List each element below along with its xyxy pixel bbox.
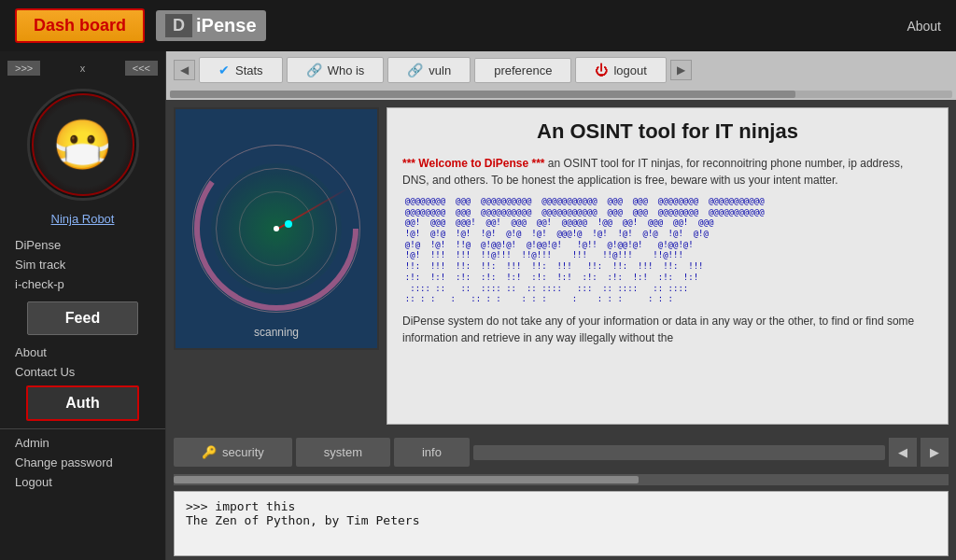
sidebar-item-dipense[interactable]: DiPense — [0, 235, 165, 255]
radar-center — [274, 226, 279, 231]
scrollbar-track — [170, 91, 952, 98]
content-panels: scanning An OSINT tool for IT ninjas ***… — [166, 100, 956, 432]
nav-left-button[interactable]: >>> — [7, 61, 40, 76]
main-layout: >>> x <<< 😷 Ninja Robot DiPense Sim trac… — [0, 51, 956, 560]
sidebar-item-logout[interactable]: Logout — [0, 472, 165, 492]
ascii-line-9: :::: :: :: :::: :: :: :::: ::: :: :::: :… — [395, 284, 940, 295]
ascii-line-5: @!@ !@! !!@ @!@@!@! @!@@!@! !@!! @!@@!@!… — [395, 240, 940, 251]
sidebar-divider — [0, 428, 165, 429]
ascii-line-1: @@@@@@@@ @@@ @@@@@@@@@@ @@@@@@@@@@@ @@@ … — [395, 196, 940, 207]
sidebar-item-about[interactable]: About — [0, 343, 165, 362]
radar-display — [192, 145, 360, 313]
tab-logout-label: logout — [613, 63, 646, 77]
avatar: 😷 — [27, 89, 139, 201]
tab-whois-label: Who is — [328, 63, 365, 77]
panel-desc: *** Welcome to DiPense *** an OSINT tool… — [387, 155, 948, 196]
radar-box: scanning — [174, 107, 379, 350]
nav-mid: x — [80, 63, 86, 74]
logo-container: D iPense — [156, 10, 265, 41]
sidebar-nav: >>> x <<< — [0, 59, 165, 77]
bottom-tab-system-label: system — [324, 445, 362, 459]
header-left: Dash board D iPense — [15, 8, 266, 43]
bottom-scroll-left[interactable]: ◀ — [889, 438, 917, 467]
tab-preference[interactable]: preference — [474, 58, 571, 83]
bottom-tab-info[interactable]: info — [394, 438, 470, 467]
bottom-tab-system[interactable]: system — [296, 438, 390, 467]
top-scrollbar — [166, 89, 956, 100]
ascii-line-10: :: : : : :: : : : : : : : : : : : : — [395, 294, 940, 305]
terminal-line-2: The Zen of Python, by Tim Peters — [186, 513, 936, 527]
avatar-icon: 😷 — [52, 117, 113, 174]
radar-label: scanning — [254, 326, 299, 339]
power-icon: ⏻ — [595, 63, 608, 77]
tab-stats[interactable]: ✔ Stats — [199, 57, 283, 83]
panel-footer: DiPense system do not take any of your i… — [387, 305, 948, 354]
ascii-line-2: @@@@@@@@ @@@ @@@@@@@@@@ @@@@@@@@@@@ @@@ … — [395, 207, 940, 218]
about-link[interactable]: About — [907, 19, 941, 34]
bottom-tab-security-label: security — [222, 445, 264, 459]
sidebar-item-contact[interactable]: Contact Us — [0, 362, 165, 382]
ascii-line-7: !!: !!! !!: !!: !!! !!: !!! !!: !!: !!! … — [395, 261, 940, 273]
user-name[interactable]: Ninja Robot — [51, 212, 115, 226]
content: ◀ ✔ Stats 🔗 Who is 🔗 vuln preference ⏻ l… — [166, 51, 956, 560]
dashboard-button[interactable]: Dash board — [15, 8, 145, 43]
radar-dot — [285, 220, 292, 228]
ascii-art: @@@@@@@@ @@@ @@@@@@@@@@ @@@@@@@@@@@ @@@ … — [387, 196, 948, 305]
logo-name: iPense — [196, 15, 256, 36]
header: Dash board D iPense About — [0, 0, 956, 51]
bottom-scrollbar — [174, 474, 949, 485]
sidebar: >>> x <<< 😷 Ninja Robot DiPense Sim trac… — [0, 51, 166, 560]
bottom-section: 🔑 security system info ◀ ▶ — [166, 432, 956, 472]
auth-button[interactable]: Auth — [26, 385, 138, 421]
bottom-scrollbar-thumb[interactable] — [174, 476, 639, 483]
panel-title: An OSINT tool for IT ninjas — [387, 108, 948, 155]
terminal-box: >>> import this The Zen of Python, by Ti… — [174, 491, 949, 556]
ascii-line-6: !@! !!! !!! !!@!!! !!@!!! !!! !!@!!! !!@… — [395, 250, 940, 261]
panel-desc-bold: *** Welcome to DiPense *** — [402, 157, 545, 170]
feed-button[interactable]: Feed — [27, 301, 138, 335]
tab-stats-label: Stats — [235, 63, 263, 77]
ascii-line-3: @@! @@@ @@@! @@! @@@ @@! @@@@@ !@@ @@! @… — [395, 217, 940, 229]
right-panel: An OSINT tool for IT ninjas *** Welcome … — [387, 107, 949, 425]
tab-vuln[interactable]: 🔗 vuln — [387, 57, 471, 83]
tab-preference-label: preference — [494, 63, 552, 77]
bottom-tabs: 🔑 security system info ◀ ▶ — [174, 438, 949, 467]
ascii-line-4: !@! @!@ !@! !@! @!@ !@! @@@!@ !@! !@! @!… — [395, 229, 940, 240]
scrollbar-thumb[interactable] — [170, 91, 795, 98]
sidebar-item-admin[interactable]: Admin — [0, 433, 165, 453]
terminal-line-1: >>> import this — [186, 499, 936, 513]
bottom-tab-extra[interactable] — [473, 445, 885, 460]
ascii-line-8: :!: !:! :!: :!: !:! :!: !:! :!: :!: !:! … — [395, 273, 940, 284]
avatar-inner: 😷 — [32, 93, 134, 196]
tab-scroll-left[interactable]: ◀ — [174, 60, 195, 80]
nav-right-button[interactable]: <<< — [125, 61, 158, 76]
bottom-tab-info-label: info — [422, 445, 442, 459]
sidebar-item-icheck[interactable]: i-check-p — [0, 274, 165, 294]
tabs-bar: ◀ ✔ Stats 🔗 Who is 🔗 vuln preference ⏻ l… — [166, 51, 956, 89]
tab-whois[interactable]: 🔗 Who is — [287, 57, 385, 83]
tab-vuln-label: vuln — [429, 63, 451, 77]
sidebar-item-simtrack[interactable]: Sim track — [0, 255, 165, 274]
vuln-icon: 🔗 — [407, 63, 423, 77]
sidebar-item-change-password[interactable]: Change password — [0, 453, 165, 472]
bottom-scroll-right[interactable]: ▶ — [921, 438, 949, 467]
left-panel: scanning — [174, 107, 379, 425]
bottom-tab-security[interactable]: 🔑 security — [174, 438, 292, 467]
tab-scroll-right[interactable]: ▶ — [670, 60, 692, 80]
logo-d: D — [165, 14, 192, 37]
link-icon: 🔗 — [306, 63, 322, 77]
tab-logout[interactable]: ⏻ logout — [575, 57, 666, 83]
key-icon: 🔑 — [202, 445, 217, 459]
checkmark-icon: ✔ — [218, 63, 230, 77]
